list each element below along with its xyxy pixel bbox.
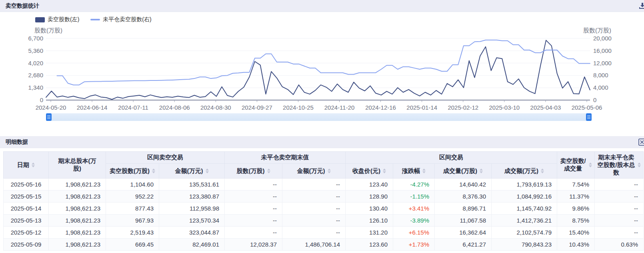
cell-open_ratio: -- (595, 215, 644, 227)
cell-chg: -3.89% (393, 215, 435, 227)
left-axis-tick: 6,700 (28, 35, 43, 42)
cell-ratio: 15.40% (557, 227, 595, 239)
download-icon[interactable] (638, 2, 644, 10)
table-row[interactable]: 2025-05-091,908,621.23669.4582,469.0112,… (4, 239, 644, 251)
cell-vol: 6,421.27 (435, 239, 492, 251)
cell-vol: 8,896.71 (435, 203, 492, 215)
x-tick-label: 2025-01-14 (406, 104, 437, 111)
cell-ratio: 10.43% (557, 239, 595, 251)
cell-open_amount: -- (282, 191, 346, 203)
cell-open_amount: -- (282, 227, 346, 239)
chart-canvas[interactable]: 6,70020,0005,36016,0004,02012,0002,6808,… (0, 24, 644, 112)
cell-open_shares: -- (225, 215, 282, 227)
detail-table: 日期期末总股本(万股)区间卖空交易未平仓卖空期末值区间交易卖空股数/成交量期末未… (3, 151, 644, 251)
cell-chg: +6.15% (393, 227, 435, 239)
cell-open_ratio: -- (595, 191, 644, 203)
column-header-open_ratio[interactable]: 期末未平仓卖空股数/股本总数 (595, 152, 644, 179)
cell-amt: 1,145,740.92 (492, 203, 557, 215)
cell-chg: -1.15% (393, 191, 435, 203)
slider-left-handle[interactable] (46, 113, 52, 121)
cell-total_share: 1,908,621.23 (49, 227, 106, 239)
x-tick-label: 2024-12-16 (365, 104, 396, 111)
x-tick-label: 2025-03-10 (489, 104, 520, 111)
cell-open_amount: -- (282, 215, 346, 227)
cell-ss_shares: 2,519.43 (106, 227, 159, 239)
cell-date: 2025-05-15 (4, 191, 49, 203)
column-header-chg[interactable]: 涨跌幅 (393, 164, 435, 179)
right-axis-tick: 8,000 (593, 72, 608, 78)
column-header-label: 股数(万股) (237, 167, 265, 175)
cell-open_amount: -- (282, 179, 346, 191)
column-header-total_share: 期末总股本(万股) (49, 152, 106, 179)
left-axis-tick: 0 (40, 96, 43, 103)
slider-right-handle[interactable] (586, 113, 592, 121)
cell-ss_amount: 123,570.34 (159, 215, 225, 227)
right-axis-tick: 4,000 (593, 84, 608, 91)
sort-icon[interactable] (422, 169, 426, 173)
cell-ss_amount: 82,469.01 (159, 239, 225, 251)
cell-total_share: 1,908,621.23 (49, 179, 106, 191)
column-group-header: 区间卖空交易 (106, 152, 225, 164)
x-tick-label: 2024-09-27 (242, 104, 272, 111)
cell-amt: 1,412,736.21 (492, 215, 557, 227)
sort-icon[interactable] (328, 169, 331, 173)
series-line-short-shares (46, 40, 590, 100)
right-axis-tick: 20,000 (593, 35, 612, 42)
sort-icon[interactable] (383, 169, 386, 173)
cell-close: 126.10 (346, 215, 393, 227)
cell-total_share: 1,908,621.23 (49, 203, 106, 215)
column-header-open_shares[interactable]: 股数(万股) (225, 164, 282, 179)
sort-icon[interactable] (589, 163, 592, 167)
cell-open_shares: 12,028.37 (225, 239, 282, 251)
table-row[interactable]: 2025-05-151,908,621.23952.22123,380.87--… (4, 191, 644, 203)
column-header-open_amount[interactable]: 金额(万元) (282, 164, 346, 179)
column-header-ss_amount[interactable]: 金额(万元) (159, 164, 225, 179)
cell-open_shares: -- (225, 179, 282, 191)
cell-open_shares: -- (225, 203, 282, 215)
table-row[interactable]: 2025-05-141,908,621.23877.43112,958.98--… (4, 203, 644, 215)
column-header-date[interactable]: 日期 (4, 152, 49, 179)
column-header-vol[interactable]: 成交量(万股) (435, 164, 492, 179)
legend-swatch-navy-icon (35, 17, 45, 22)
right-axis-tick: 12,000 (593, 60, 612, 66)
x-tick-label: 2025-02-12 (448, 104, 478, 111)
cell-ratio: 8.75% (557, 215, 595, 227)
column-header-amt[interactable]: 成交额(万元) (492, 164, 557, 179)
table-section-title: 明细数据 (6, 139, 28, 146)
sort-icon[interactable] (638, 163, 641, 167)
x-tick-label: 2024-08-06 (159, 104, 190, 111)
x-tick-label: 2024-06-14 (77, 104, 108, 111)
cell-ss_shares: 1,104.60 (106, 179, 159, 191)
table-row[interactable]: 2025-05-121,908,621.232,519.43323,044.87… (4, 227, 644, 239)
cell-open_amount: -- (282, 203, 346, 215)
x-tick-label: 2025-04-03 (530, 104, 561, 111)
chart-range-slider[interactable] (46, 113, 592, 121)
sort-icon[interactable] (152, 169, 155, 173)
cell-open_amount: 1,486,706.14 (282, 239, 346, 251)
cell-open_ratio: -- (595, 227, 644, 239)
sort-icon[interactable] (480, 169, 483, 173)
column-header-ss_shares[interactable]: 卖空股数(万股) (106, 164, 159, 179)
column-header-close[interactable]: 收盘价(元) (346, 164, 393, 179)
cell-close: 128.90 (346, 191, 393, 203)
sort-icon[interactable] (32, 163, 35, 167)
cell-chg: +3.41% (393, 203, 435, 215)
cell-ss_shares: 877.43 (106, 203, 159, 215)
legend-item-open-short-shares[interactable]: 未平仓卖空股数(右) (90, 16, 151, 23)
sort-icon[interactable] (206, 169, 209, 173)
cell-total_share: 1,908,621.23 (49, 191, 106, 203)
cell-ss_shares: 669.45 (106, 239, 159, 251)
table-row[interactable]: 2025-05-161,908,621.231,104.60135,531.61… (4, 179, 644, 191)
column-group-header: 区间交易 (346, 152, 557, 164)
column-header-label: 卖空股数(万股) (110, 167, 150, 175)
legend-item-short-shares[interactable]: 卖空股数(左) (35, 16, 79, 23)
export-excel-icon[interactable] (638, 139, 644, 146)
cell-vol: 14,640.42 (435, 179, 492, 191)
table-row[interactable]: 2025-05-131,908,621.23967.93123,570.34--… (4, 215, 644, 227)
cell-date: 2025-05-16 (4, 179, 49, 191)
column-header-ratio[interactable]: 卖空股数/成交量 (557, 152, 595, 179)
sort-icon[interactable] (267, 169, 270, 173)
cell-date: 2025-05-09 (4, 239, 49, 251)
sort-icon[interactable] (541, 169, 544, 173)
cell-close: 131.20 (346, 227, 393, 239)
